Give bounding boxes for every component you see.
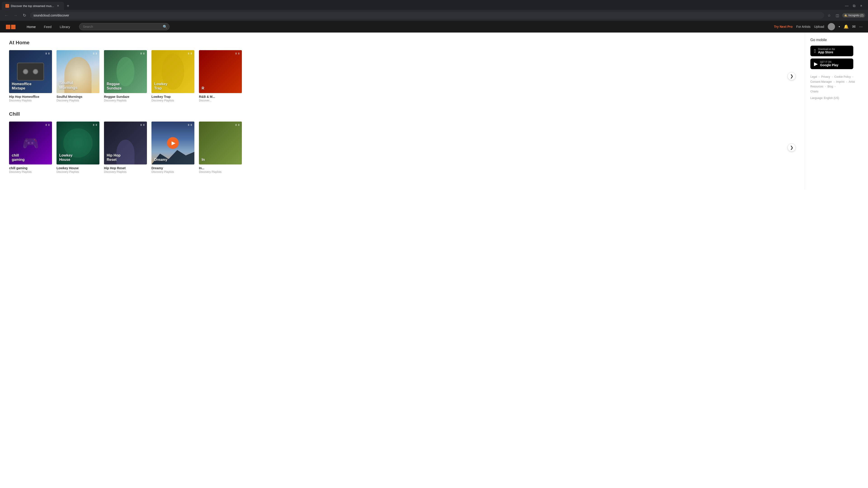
for-artists-link[interactable]: For Artists (796, 25, 811, 29)
google-play-badge[interactable]: ▶ GET IT ON Google Play (810, 59, 853, 69)
search-container: 🔍 (79, 23, 169, 30)
language-link[interactable]: English (US) (824, 96, 839, 100)
address-bar[interactable] (30, 12, 824, 19)
card-rnb-scicon: ⏸⏸ (235, 52, 240, 55)
google-play-text: GET IT ON Google Play (820, 61, 838, 67)
footer-privacy[interactable]: Privacy (821, 75, 830, 78)
messages-icon[interactable]: ✉ (852, 24, 856, 29)
store-badges:  Download on the App Store ▶ GET IT ON … (810, 46, 863, 69)
card-dreamy-sub: Discovery Playlists (151, 170, 194, 173)
card-hiphop-reset-thumb: ⏸⏸ Hip HopReset (104, 122, 147, 164)
chill-title: Chill (9, 111, 796, 117)
incognito-badge: 🕵 Incognito (2) (842, 13, 865, 18)
search-icon[interactable]: 🔍 (163, 25, 167, 29)
card-soulful[interactable]: ⏸⏸ SoulfulMornings Soulful Mornings Disc… (57, 50, 99, 102)
card-lowkey-trap-scicon: ⏸⏸ (187, 52, 193, 55)
go-mobile-title: Go mobile (810, 38, 863, 42)
card-lowkey-house[interactable]: ⏸⏸ LowkeyHouse Lowkey House Discovery Pl… (57, 122, 99, 173)
card-homeoffice-text: HomeofficeMixtape (12, 82, 49, 90)
content-area: At Home (0, 33, 805, 190)
chill-section: Chill 🎮 ⏸⏸ chillgaming c (9, 111, 796, 173)
card-indie-sub: Discovery Playlists (199, 170, 242, 173)
refresh-button[interactable]: ↻ (21, 12, 28, 19)
main-layout: At Home (0, 33, 868, 190)
card-homeoffice-sub: Discovery Playlists (9, 99, 52, 102)
sep3: - (852, 75, 853, 78)
card-rnb-thumb: ⏸⏸ R (199, 50, 242, 93)
card-rnb[interactable]: ⏸⏸ R R&B & M... Discover... (199, 50, 242, 102)
back-button[interactable]: ← (3, 12, 10, 19)
upload-link[interactable]: Upload (814, 25, 824, 29)
card-rnb-name: R&B & M... (199, 95, 242, 98)
bookmark-icon[interactable]: ☆ (826, 12, 832, 19)
sep7: - (834, 85, 835, 88)
footer-charts[interactable]: Charts (810, 90, 818, 93)
app-store-line2: App Store (818, 51, 835, 54)
card-lowkey-trap[interactable]: ⏸⏸ LowkeyTrap Lowkey Trap Discovery Play… (151, 50, 194, 102)
tab-favicon: 🎵 (5, 4, 9, 8)
sep6: - (824, 85, 827, 88)
sep5: - (845, 80, 848, 84)
card-homeoffice-scicon: ⏸⏸ (45, 52, 50, 55)
maximize-button[interactable]: ⧉ (851, 3, 857, 9)
card-reggae-sub: Discovery Playlists (104, 99, 147, 102)
notifications-icon[interactable]: 🔔 (844, 24, 848, 29)
card-reggae[interactable]: ⏸⏸ ReggaeSundaze Reggae Sundaze Discover… (104, 50, 147, 102)
card-reggae-thumb: ⏸⏸ ReggaeSundaze (104, 50, 147, 93)
app-store-badge[interactable]:  Download on the App Store (810, 46, 853, 56)
new-tab-button[interactable]: + (65, 3, 71, 9)
card-dreamy[interactable]: ⏸⏸ ▶ Dreamy Dreamy Discovery Playlists (151, 122, 194, 173)
footer-imprint[interactable]: Imprint (836, 80, 844, 84)
app-header: ▩▩ Home Feed Library 🔍 Try Next Pro For … (0, 21, 868, 33)
card-hiphop-reset-name: Hip Hop Reset (104, 166, 147, 170)
try-pro-link[interactable]: Try Next Pro (774, 25, 793, 29)
card-dreamy-name: Dreamy (151, 166, 194, 170)
logo-icon: ▩▩ (5, 24, 16, 30)
avatar-dropdown-icon[interactable]: ▾ (839, 25, 840, 28)
card-chill-gaming-scicon: ⏸⏸ (45, 123, 50, 127)
tab-close-button[interactable]: × (56, 4, 60, 8)
tab-title: Discover the top streamed mus... (11, 4, 54, 8)
at-home-row: ⏸⏸ HomeofficeMixtape Hip Hop Homeoffice … (9, 50, 796, 102)
close-window-button[interactable]: × (858, 3, 864, 9)
at-home-scroll-button[interactable]: ❯ (787, 72, 796, 80)
card-hiphop-reset[interactable]: ⏸⏸ Hip HopReset Hip Hop Reset Discovery … (104, 122, 147, 173)
nav-home[interactable]: Home (23, 23, 39, 31)
app-store-text: Download on the App Store (818, 48, 835, 54)
card-indie-scicon: ⏸⏸ (235, 123, 240, 127)
card-homeoffice[interactable]: ⏸⏸ HomeofficeMixtape Hip Hop Homeoffice … (9, 50, 52, 102)
nav-library[interactable]: Library (56, 23, 74, 31)
card-reggae-name: Reggae Sundaze (104, 95, 147, 98)
footer-cookie-policy[interactable]: Cookie Policy (834, 75, 851, 78)
nav-feed[interactable]: Feed (40, 23, 55, 31)
card-hiphop-reset-scicon: ⏸⏸ (140, 123, 145, 127)
sep1: - (818, 75, 820, 78)
sep2: - (831, 75, 833, 78)
card-lowkey-house-thumb: ⏸⏸ LowkeyHouse (57, 122, 99, 164)
card-dreamy-play-button[interactable]: ▶ (167, 137, 179, 149)
card-dreamy-thumb: ⏸⏸ ▶ Dreamy (151, 122, 194, 164)
card-lowkey-house-text: LowkeyHouse (59, 153, 97, 162)
active-tab[interactable]: 🎵 Discover the top streamed mus... × (2, 2, 64, 10)
card-indie-thumb: ⏸⏸ In (199, 122, 242, 164)
card-rnb-sub: Discover... (199, 99, 242, 102)
card-indie-text: In (202, 158, 239, 162)
search-input[interactable] (79, 23, 169, 30)
at-home-grid: ⏸⏸ HomeofficeMixtape Hip Hop Homeoffice … (9, 50, 786, 102)
more-icon[interactable]: ··· (859, 24, 863, 29)
footer-blog[interactable]: Blog (828, 85, 833, 88)
footer-consent-manager[interactable]: Consent Manager (810, 80, 832, 84)
card-lowkey-trap-thumb: ⏸⏸ LowkeyTrap (151, 50, 194, 93)
split-screen-icon[interactable]: ◫ (834, 12, 840, 19)
avatar[interactable] (828, 23, 835, 30)
footer-legal[interactable]: Legal (810, 75, 817, 78)
card-rnb-text: R (202, 86, 239, 90)
card-indie-name: In... (199, 166, 242, 170)
minimize-button[interactable]: — (844, 3, 850, 9)
logo[interactable]: ▩▩ (5, 24, 16, 30)
chill-scroll-button[interactable]: ❯ (787, 143, 796, 152)
forward-button[interactable]: → (12, 12, 19, 19)
card-hiphop-reset-sub: Discovery Playlists (104, 170, 147, 173)
card-chill-gaming[interactable]: 🎮 ⏸⏸ chillgaming chill gaming Discovery … (9, 122, 52, 173)
card-indie[interactable]: ⏸⏸ In In... Discovery Playlists (199, 122, 242, 173)
